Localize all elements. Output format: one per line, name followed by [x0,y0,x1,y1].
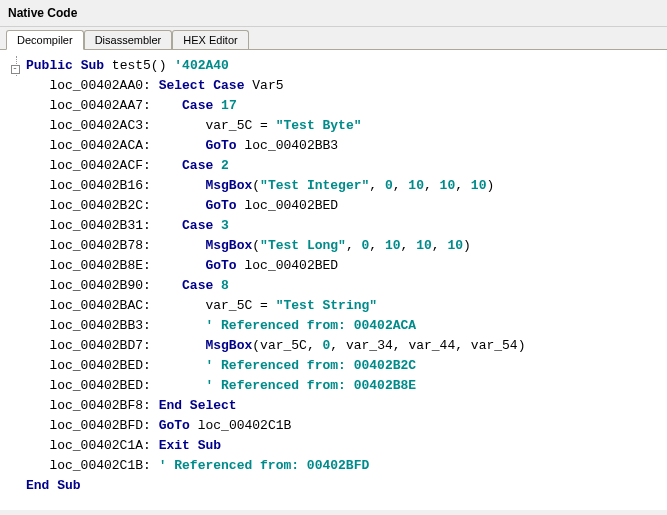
code-content: loc_00402BED: ' Referenced from: 00402B8… [26,376,657,396]
panel-title: Native Code [0,0,667,27]
code-line[interactable]: loc_00402AA0: Select Case Var5 [4,76,657,96]
code-content: loc_00402B8E: GoTo loc_00402BED [26,256,657,276]
code-line[interactable]: loc_00402ACF: Case 2 [4,156,657,176]
code-line[interactable]: loc_00402B8E: GoTo loc_00402BED [4,256,657,276]
code-line[interactable]: -Public Sub test5() '402A40 [4,56,657,76]
code-content: loc_00402B90: Case 8 [26,276,657,296]
code-content: loc_00402B16: MsgBox("Test Integer", 0, … [26,176,657,196]
code-line[interactable]: loc_00402BED: ' Referenced from: 00402B2… [4,356,657,376]
tab-decompiler[interactable]: Decompiler [6,30,84,50]
code-line[interactable]: loc_00402B78: MsgBox("Test Long", 0, 10,… [4,236,657,256]
code-line[interactable]: loc_00402B90: Case 8 [4,276,657,296]
code-view[interactable]: -Public Sub test5() '402A40 loc_00402AA0… [0,50,667,510]
code-line[interactable]: loc_00402B31: Case 3 [4,216,657,236]
code-content: loc_00402B2C: GoTo loc_00402BED [26,196,657,216]
code-content: loc_00402ACF: Case 2 [26,156,657,176]
code-content: loc_00402B31: Case 3 [26,216,657,236]
code-line[interactable]: loc_00402BAC: var_5C = "Test String" [4,296,657,316]
code-content: loc_00402C1A: Exit Sub [26,436,657,456]
code-content: Public Sub test5() '402A40 [26,56,657,76]
code-content: loc_00402BF8: End Select [26,396,657,416]
code-line[interactable]: loc_00402BF8: End Select [4,396,657,416]
code-content: loc_00402BAC: var_5C = "Test String" [26,296,657,316]
code-line[interactable]: loc_00402AC3: var_5C = "Test Byte" [4,116,657,136]
code-content: loc_00402ACA: GoTo loc_00402BB3 [26,136,657,156]
code-content: loc_00402C1B: ' Referenced from: 00402BF… [26,456,657,476]
code-line[interactable]: loc_00402ACA: GoTo loc_00402BB3 [4,136,657,156]
code-line[interactable]: loc_00402B16: MsgBox("Test Integer", 0, … [4,176,657,196]
code-line[interactable]: loc_00402BED: ' Referenced from: 00402B8… [4,376,657,396]
code-content: loc_00402B78: MsgBox("Test Long", 0, 10,… [26,236,657,256]
code-line[interactable]: loc_00402AA7: Case 17 [4,96,657,116]
code-line[interactable]: loc_00402C1B: ' Referenced from: 00402BF… [4,456,657,476]
tab-hex-editor[interactable]: HEX Editor [172,30,248,49]
code-content: loc_00402BFD: GoTo loc_00402C1B [26,416,657,436]
code-line[interactable]: loc_00402BB3: ' Referenced from: 00402AC… [4,316,657,336]
code-line[interactable]: loc_00402BFD: GoTo loc_00402C1B [4,416,657,436]
code-content: loc_00402BED: ' Referenced from: 00402B2… [26,356,657,376]
code-content: loc_00402BB3: ' Referenced from: 00402AC… [26,316,657,336]
code-line[interactable]: loc_00402BD7: MsgBox(var_5C, 0, var_34, … [4,336,657,356]
view-tabs: Decompiler Disassembler HEX Editor [0,27,667,50]
code-line[interactable]: End Sub [4,476,657,496]
code-content: loc_00402BD7: MsgBox(var_5C, 0, var_34, … [26,336,657,356]
code-content: End Sub [26,476,657,496]
code-line[interactable]: loc_00402C1A: Exit Sub [4,436,657,456]
code-content: loc_00402AC3: var_5C = "Test Byte" [26,116,657,136]
code-content: loc_00402AA7: Case 17 [26,96,657,116]
collapse-toggle-icon[interactable]: - [11,65,20,74]
tab-disassembler[interactable]: Disassembler [84,30,173,49]
gutter: - [4,56,26,76]
code-content: loc_00402AA0: Select Case Var5 [26,76,657,96]
code-line[interactable]: loc_00402B2C: GoTo loc_00402BED [4,196,657,216]
